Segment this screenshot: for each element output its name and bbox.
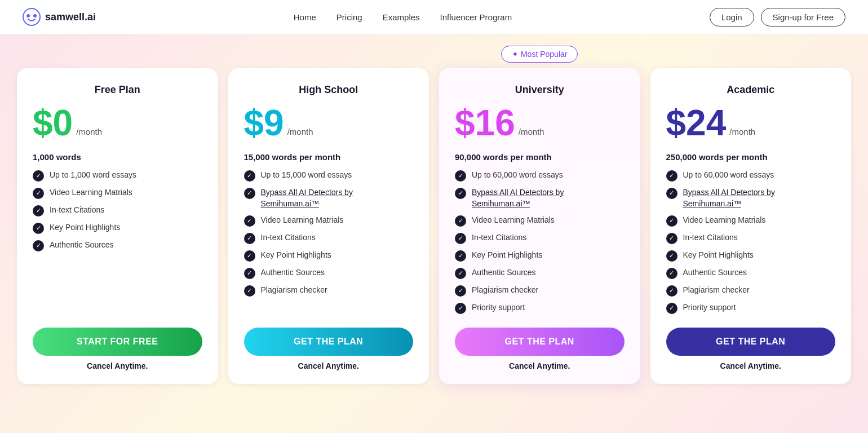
cta-area: GET THE PLAN Cancel Anytime. <box>244 328 414 370</box>
feature-item: ✓ Video Learning Matrials <box>33 187 202 199</box>
feature-text: Up to 60,000 word essays <box>683 170 774 181</box>
feature-item: ✓ Key Point Highlights <box>666 250 836 262</box>
feature-text: Authentic Sources <box>472 267 536 279</box>
feature-text: Up to 15,000 word essays <box>261 170 352 181</box>
check-icon: ✓ <box>244 188 255 199</box>
check-icon: ✓ <box>455 170 466 182</box>
feature-text: Plagiarism checker <box>261 285 327 296</box>
plans-grid: Free Plan $0 /month 1,000 words ✓ Up to … <box>17 68 851 384</box>
words-count: 15,000 words per month <box>244 152 414 162</box>
feature-item: ✓ Video Learning Matrials <box>666 215 836 227</box>
feature-text: Priority support <box>683 302 736 313</box>
check-icon: ✓ <box>33 205 44 216</box>
feature-item: ✓ Plagiarism checker <box>244 285 414 297</box>
check-icon: ✓ <box>244 233 255 244</box>
cancel-text: Cancel Anytime. <box>33 361 202 370</box>
feature-item: ✓ Key Point Highlights <box>33 222 202 234</box>
check-icon: ✓ <box>33 170 44 182</box>
feature-text: Video Learning Matrials <box>683 215 766 226</box>
price-row: $0 /month <box>33 105 202 141</box>
price-period: /month <box>287 127 313 136</box>
logo-area[interactable]: samwell.ai <box>23 8 96 26</box>
nav-examples[interactable]: Examples <box>383 12 420 22</box>
feature-text: Key Point Highlights <box>472 250 542 261</box>
feature-text: Authentic Sources <box>50 240 114 251</box>
feature-text: Video Learning Matrials <box>50 187 132 198</box>
check-icon: ✓ <box>33 223 44 234</box>
check-icon: ✓ <box>666 188 677 199</box>
cta-area: START FOR FREE Cancel Anytime. <box>33 328 202 370</box>
check-icon: ✓ <box>455 285 466 297</box>
main-nav: Home Pricing Examples Influencer Program <box>294 12 512 22</box>
feature-item: ✓ In-text Citations <box>244 232 414 244</box>
nav-home[interactable]: Home <box>294 12 316 22</box>
features-list: ✓ Up to 60,000 word essays ✓ Bypass All … <box>455 170 625 314</box>
check-icon: ✓ <box>455 233 466 244</box>
price-amount: $24 <box>666 105 727 141</box>
feature-item: ✓ Key Point Highlights <box>455 250 625 262</box>
check-icon: ✓ <box>666 170 677 182</box>
check-icon: ✓ <box>666 215 677 227</box>
cta-area: GET THE PLAN Cancel Anytime. <box>666 328 836 370</box>
check-icon: ✓ <box>244 215 255 227</box>
feature-text: Priority support <box>472 302 525 313</box>
feature-link[interactable]: Bypass All AI Detectors by Semihuman.ai™ <box>683 187 836 209</box>
cta-button[interactable]: GET THE PLAN <box>244 328 414 356</box>
price-period: /month <box>519 127 544 136</box>
nav-pricing[interactable]: Pricing <box>336 12 362 22</box>
check-icon: ✓ <box>666 285 677 297</box>
feature-item: ✓ Up to 1,000 word essays <box>33 170 202 182</box>
nav-influencer[interactable]: Influencer Program <box>440 12 512 22</box>
cancel-text: Cancel Anytime. <box>244 361 414 370</box>
svg-point-1 <box>26 14 30 17</box>
check-icon: ✓ <box>455 303 466 314</box>
check-icon: ✓ <box>455 250 466 262</box>
signup-button[interactable]: Sign-up for Free <box>761 8 845 26</box>
svg-point-0 <box>23 8 40 25</box>
cta-button[interactable]: GET THE PLAN <box>455 328 625 356</box>
feature-item: ✓ In-text Citations <box>33 205 202 216</box>
feature-item: ✓ Bypass All AI Detectors by Semihuman.a… <box>666 187 836 209</box>
plan-card-academic: Academic $24 /month 250,000 words per mo… <box>650 68 852 384</box>
plan-name: Academic <box>666 84 836 96</box>
check-icon: ✓ <box>666 233 677 244</box>
login-button[interactable]: Login <box>710 8 754 26</box>
cta-button[interactable]: START FOR FREE <box>33 328 202 356</box>
plan-name: University <box>455 84 625 96</box>
feature-item: ✓ Video Learning Matrials <box>455 215 625 227</box>
feature-text: Authentic Sources <box>261 267 325 279</box>
feature-text: Video Learning Matrials <box>261 215 344 226</box>
feature-link[interactable]: Bypass All AI Detectors by Semihuman.ai™ <box>261 187 414 209</box>
feature-text: In-text Citations <box>472 232 526 244</box>
plan-card-highschool: High School $9 /month 15,000 words per m… <box>228 68 429 384</box>
feature-item: ✓ Authentic Sources <box>244 267 414 279</box>
feature-text: Plagiarism checker <box>683 285 750 296</box>
feature-text: In-text Citations <box>50 205 104 216</box>
feature-text: Key Point Highlights <box>261 250 331 261</box>
price-row: $24 /month <box>666 105 836 141</box>
cta-area: GET THE PLAN Cancel Anytime. <box>455 328 625 370</box>
feature-item: ✓ Up to 60,000 word essays <box>455 170 625 182</box>
logo-icon <box>23 8 41 26</box>
price-row: $16 /month <box>455 105 625 141</box>
feature-item: ✓ Authentic Sources <box>455 267 625 279</box>
check-icon: ✓ <box>455 188 466 199</box>
price-period: /month <box>76 127 102 136</box>
feature-item: ✓ Plagiarism checker <box>455 285 625 297</box>
check-icon: ✓ <box>455 215 466 227</box>
feature-link[interactable]: Bypass All AI Detectors by Semihuman.ai™ <box>472 187 625 209</box>
check-icon: ✓ <box>244 170 255 182</box>
feature-item: ✓ Authentic Sources <box>33 240 202 251</box>
check-icon: ✓ <box>666 303 677 314</box>
features-list: ✓ Up to 15,000 word essays ✓ Bypass All … <box>244 170 414 314</box>
price-amount: $16 <box>455 105 515 141</box>
logo-text: samwell.ai <box>45 11 96 23</box>
most-popular-badge: ✦ Most Popular <box>439 46 640 63</box>
plan-card-free: Free Plan $0 /month 1,000 words ✓ Up to … <box>17 68 218 384</box>
feature-item: ✓ Bypass All AI Detectors by Semihuman.a… <box>244 187 414 209</box>
check-icon: ✓ <box>33 188 44 199</box>
check-icon: ✓ <box>244 268 255 279</box>
cta-button[interactable]: GET THE PLAN <box>666 328 836 356</box>
feature-item: ✓ Authentic Sources <box>666 267 836 279</box>
features-list: ✓ Up to 1,000 word essays ✓ Video Learni… <box>33 170 202 314</box>
